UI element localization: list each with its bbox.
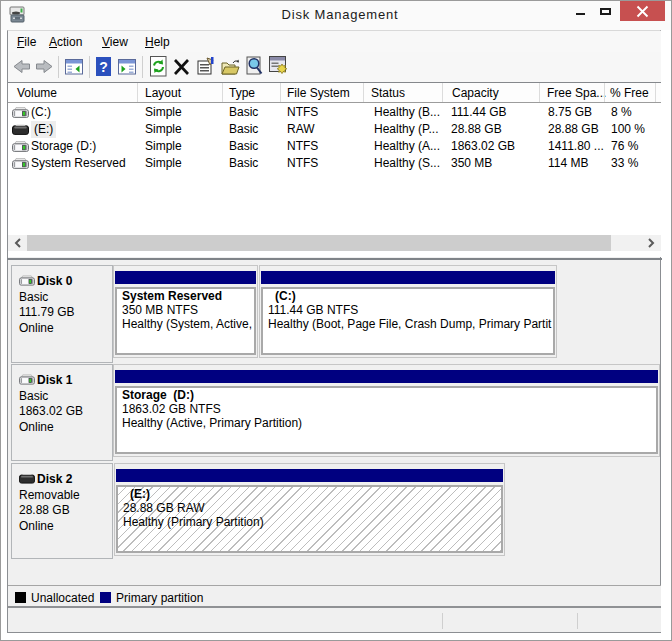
svg-text:?: ? [99,59,108,75]
